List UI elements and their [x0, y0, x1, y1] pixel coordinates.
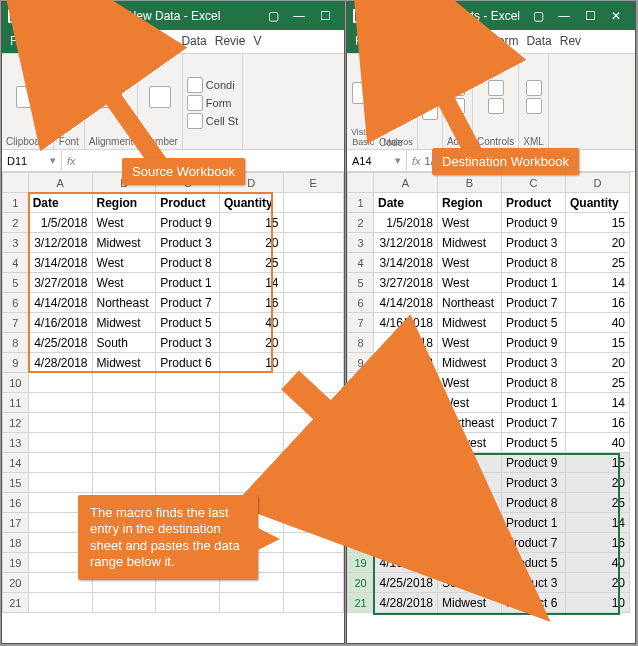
macro-description-callout: The macro finds the last entry in the de…: [78, 495, 258, 580]
source-workbook-callout: Source Workbook: [122, 158, 245, 185]
destination-workbook-callout: Destination Workbook: [432, 148, 579, 175]
svg-line-2: [290, 380, 360, 445]
svg-line-0: [93, 70, 160, 165]
